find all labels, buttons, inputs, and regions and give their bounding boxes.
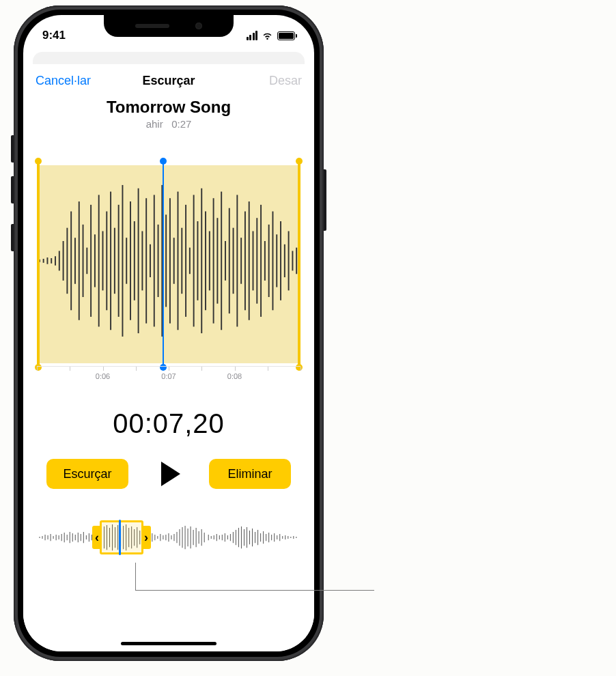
notch	[104, 15, 234, 37]
controls-row: Escurçar Eliminar	[23, 455, 314, 492]
iphone-frame: 9:41 Cancel·lar Escurçar Desar Tomorrow …	[14, 5, 324, 661]
recording-date: ahir	[146, 118, 163, 130]
ruler-tick-label: 0:08	[227, 372, 242, 380]
cellular-signal-icon	[247, 31, 258, 40]
current-time: 00:07,20	[23, 408, 314, 439]
callout-line	[135, 590, 374, 591]
play-icon	[161, 462, 180, 486]
save-button[interactable]: Desar	[269, 74, 302, 88]
trim-handle-start[interactable]	[37, 161, 40, 367]
time-ruler: 0:06 0:07 0:08	[37, 366, 300, 386]
status-time: 9:41	[42, 29, 66, 42]
wifi-icon	[262, 31, 273, 40]
trim-sheet: Cancel·lar Escurçar Desar Tomorrow Song …	[23, 64, 314, 651]
playhead[interactable]	[163, 161, 164, 367]
front-camera	[195, 23, 202, 29]
status-icons	[247, 31, 296, 40]
overview-scrubber[interactable]	[38, 522, 299, 552]
waveform-editor[interactable]: 0:06 0:07 0:08	[23, 165, 314, 386]
sheet-navbar: Cancel·lar Escurçar Desar	[23, 74, 314, 95]
play-button[interactable]	[150, 455, 187, 492]
overview-selection[interactable]	[100, 520, 143, 554]
overview-waveform-icon	[38, 522, 299, 552]
home-indicator[interactable]	[121, 642, 216, 645]
recording-header: Tomorrow Song ahir 0:27	[23, 98, 314, 130]
cancel-button[interactable]: Cancel·lar	[36, 74, 91, 88]
ruler-tick-label: 0:06	[96, 372, 110, 380]
overview-playhead[interactable]	[119, 520, 121, 555]
recording-meta: ahir 0:27	[23, 118, 314, 130]
ruler-tick-label: 0:07	[161, 372, 176, 380]
waveform-icon	[37, 165, 300, 356]
battery-icon	[277, 31, 295, 40]
screen: 9:41 Cancel·lar Escurçar Desar Tomorrow …	[23, 15, 314, 651]
delete-button[interactable]: Eliminar	[209, 459, 291, 489]
speaker-grille	[135, 24, 169, 28]
recording-duration: 0:27	[171, 118, 191, 130]
trim-button[interactable]: Escurçar	[46, 459, 128, 489]
recording-title: Tomorrow Song	[23, 98, 314, 117]
trim-handle-end[interactable]	[298, 161, 300, 367]
